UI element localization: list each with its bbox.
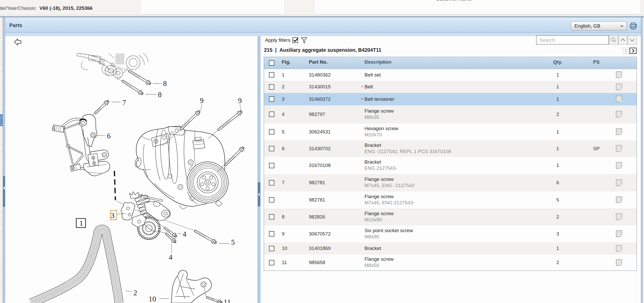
svg-text:8: 8 <box>158 90 162 99</box>
svg-text:4: 4 <box>183 230 187 238</box>
svg-text:11: 11 <box>224 298 231 303</box>
svg-text:1: 1 <box>79 219 83 227</box>
svg-text:2: 2 <box>133 289 137 297</box>
svg-text:9: 9 <box>200 96 204 105</box>
svg-text:3: 3 <box>111 211 115 220</box>
svg-text:9: 9 <box>238 96 242 105</box>
svg-text:10: 10 <box>149 295 156 303</box>
svg-text:4: 4 <box>169 253 173 261</box>
svg-text:8: 8 <box>163 79 167 88</box>
svg-text:5: 5 <box>231 238 235 246</box>
svg-text:7: 7 <box>122 98 126 107</box>
svg-text:6: 6 <box>107 132 111 140</box>
